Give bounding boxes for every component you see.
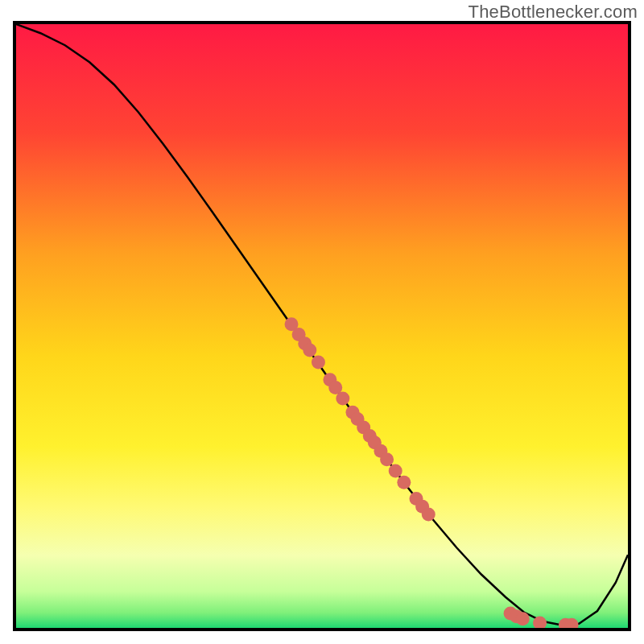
data-point (380, 452, 394, 466)
data-point (312, 356, 325, 369)
data-point (336, 392, 349, 406)
data-point (303, 344, 316, 357)
data-point (516, 612, 530, 625)
marked-points-layer (16, 24, 628, 628)
data-point (533, 617, 547, 629)
data-point (397, 476, 411, 489)
chart-container (13, 21, 631, 631)
data-point (389, 464, 402, 478)
watermark-text: TheBottlenecker.com (469, 2, 638, 23)
data-point (422, 508, 436, 522)
